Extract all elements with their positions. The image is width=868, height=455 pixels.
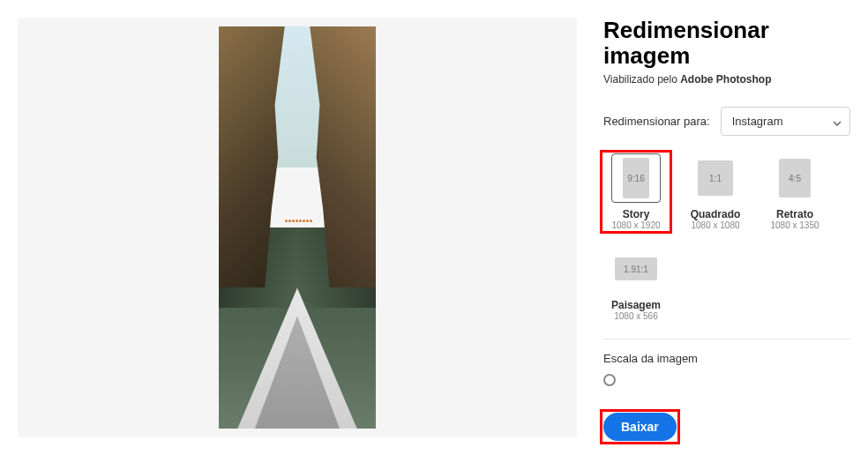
image-preview-panel (18, 18, 577, 437)
scale-section: Escala da imagem (603, 339, 850, 386)
resize-row: Redimensionar para: Instagram (603, 107, 850, 136)
preset-quadrado[interactable]: 1:1Quadrado1080 x 1080 (683, 153, 748, 230)
page-subtitle: Viabilizado pelo Adobe Photoshop (603, 73, 850, 86)
preset-label: Story (623, 208, 650, 220)
scale-radio[interactable] (603, 374, 616, 386)
aspect-ratio-shape: 1:1 (698, 160, 733, 196)
resize-label: Redimensionar para: (603, 115, 710, 128)
download-wrapper: Baixar (603, 413, 677, 441)
platform-select-wrapper[interactable]: Instagram (721, 107, 850, 136)
preset-box: 4:5 (770, 153, 819, 203)
presets-grid: 9:16Story1080 x 19201:1Quadrado1080 x 10… (603, 153, 850, 321)
platform-select[interactable]: Instagram (721, 107, 850, 136)
preset-dimensions: 1080 x 1920 (611, 220, 660, 230)
preview-image (219, 26, 376, 429)
subtitle-brand: Adobe Photoshop (680, 73, 771, 86)
preset-label: Paisagem (611, 299, 661, 311)
preset-box: 1.91:1 (611, 244, 661, 294)
download-button[interactable]: Baixar (603, 413, 677, 441)
preset-retrato[interactable]: 4:5Retrato1080 x 1350 (762, 153, 827, 230)
page-title: Redimensionar imagem (603, 18, 850, 68)
preset-box: 1:1 (691, 153, 740, 203)
preset-story[interactable]: 9:16Story1080 x 1920 (603, 153, 669, 230)
scale-label: Escala da imagem (603, 352, 850, 365)
aspect-ratio-shape: 4:5 (779, 159, 811, 198)
preset-dimensions: 1080 x 1350 (770, 220, 819, 230)
preset-dimensions: 1080 x 566 (614, 311, 658, 321)
aspect-ratio-shape: 9:16 (623, 158, 649, 198)
preset-box: 9:16 (611, 153, 661, 203)
subtitle-prefix: Viabilizado pelo (603, 73, 680, 86)
preset-label: Quadrado (691, 208, 741, 220)
preset-paisagem[interactable]: 1.91:1Paisagem1080 x 566 (603, 244, 669, 321)
sidebar-controls: Redimensionar imagem Viabilizado pelo Ad… (603, 18, 850, 437)
preset-label: Retrato (776, 208, 813, 220)
preset-dimensions: 1080 x 1080 (691, 220, 739, 230)
aspect-ratio-shape: 1.91:1 (615, 257, 657, 280)
